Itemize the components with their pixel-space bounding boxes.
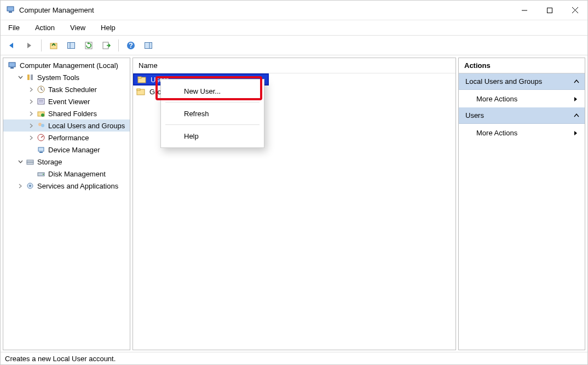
- actions-more-actions-1[interactable]: More Actions: [459, 90, 585, 107]
- tree-system-tools[interactable]: System Tools: [3, 71, 130, 83]
- tree-label: Services and Applications: [37, 182, 118, 190]
- menu-separator: [165, 102, 260, 102]
- computer-management-window: Computer Management File Action View Hel…: [0, 0, 588, 365]
- chevron-right-icon: [574, 95, 578, 104]
- svg-rect-16: [10, 67, 14, 69]
- svg-rect-3: [547, 8, 552, 13]
- computer-management-icon: [8, 61, 18, 69]
- collapse-icon[interactable]: [574, 78, 579, 86]
- svg-rect-7: [68, 42, 75, 48]
- refresh-button[interactable]: [81, 38, 96, 53]
- help-button[interactable]: ?: [123, 38, 139, 53]
- toolbar-separator: [118, 39, 119, 52]
- chevron-right-icon[interactable]: [16, 182, 24, 190]
- window-title: Computer Management: [19, 6, 94, 14]
- chevron-right-icon[interactable]: [27, 98, 35, 105]
- export-list-button[interactable]: [99, 38, 114, 53]
- chevron-right-icon[interactable]: [27, 122, 35, 129]
- svg-point-35: [29, 185, 31, 187]
- svg-rect-17: [27, 75, 30, 80]
- svg-rect-0: [7, 7, 14, 11]
- svg-point-24: [41, 113, 44, 117]
- spacer: [27, 146, 35, 153]
- tree-event-viewer[interactable]: Event Viewer: [3, 95, 130, 107]
- spacer: [27, 170, 35, 178]
- svg-rect-31: [27, 162, 33, 164]
- context-menu: New User... Refresh Help: [160, 79, 264, 148]
- minimize-button[interactable]: [512, 1, 537, 20]
- menu-view[interactable]: View: [68, 22, 88, 33]
- menubar: File Action View Help: [1, 20, 587, 36]
- status-text: Creates a new Local User account.: [5, 355, 116, 363]
- svg-rect-18: [31, 75, 33, 80]
- disk-management-icon: [36, 170, 46, 178]
- column-header-name[interactable]: Name: [133, 58, 456, 73]
- context-menu-new-user[interactable]: New User...: [161, 82, 264, 100]
- forward-button[interactable]: [21, 38, 37, 53]
- menu-separator: [165, 124, 260, 125]
- tree-label: Event Viewer: [48, 98, 90, 106]
- tree-label: Performance: [48, 134, 89, 142]
- actions-more-actions-2[interactable]: More Actions: [459, 124, 585, 141]
- shared-folders-icon: [36, 110, 46, 117]
- close-button[interactable]: [562, 1, 587, 20]
- tree-performance[interactable]: Performance: [3, 132, 130, 144]
- tree-shared-folders[interactable]: Shared Folders: [3, 107, 130, 119]
- menu-item-label: Refresh: [184, 110, 209, 118]
- context-menu-refresh[interactable]: Refresh: [161, 104, 264, 123]
- tree-storage[interactable]: Storage: [3, 156, 130, 168]
- svg-point-26: [41, 124, 44, 127]
- tree-device-manager[interactable]: Device Manager: [3, 144, 130, 156]
- collapse-icon[interactable]: [574, 112, 579, 120]
- tree-local-users-and-groups[interactable]: Local Users and Groups: [3, 119, 130, 132]
- result-list-pane[interactable]: Name Users Groups New User...: [132, 58, 456, 350]
- chevron-down-icon[interactable]: [16, 73, 24, 81]
- svg-rect-37: [138, 77, 141, 78]
- tree-services-applications[interactable]: Services and Applications: [3, 180, 130, 192]
- device-manager-icon: [36, 146, 46, 153]
- actions-group-label: Local Users and Groups: [465, 77, 542, 85]
- chevron-right-icon: [574, 129, 578, 138]
- clock-icon: [36, 85, 46, 93]
- back-button[interactable]: [4, 38, 19, 53]
- folder-icon: [137, 76, 147, 83]
- actions-group-users[interactable]: Users: [459, 107, 585, 124]
- column-label: Name: [139, 61, 158, 70]
- chevron-right-icon[interactable]: [27, 85, 35, 93]
- tree-label: System Tools: [37, 73, 79, 82]
- menu-help[interactable]: Help: [99, 22, 118, 33]
- chevron-down-icon[interactable]: [16, 158, 24, 166]
- maximize-button[interactable]: [537, 1, 562, 20]
- tree-root[interactable]: Computer Management (Local): [3, 59, 130, 71]
- titlebar: Computer Management: [1, 1, 587, 20]
- console-tree-pane[interactable]: Computer Management (Local) System Tools…: [3, 58, 130, 350]
- svg-rect-28: [38, 147, 44, 151]
- chevron-right-icon[interactable]: [27, 134, 35, 141]
- menu-item-label: New User...: [184, 87, 221, 95]
- tree-disk-management[interactable]: Disk Management: [3, 168, 130, 180]
- tree-label: Storage: [37, 158, 62, 166]
- tree-label: Computer Management (Local): [20, 61, 118, 70]
- tree-label: Local Users and Groups: [48, 122, 125, 130]
- actions-title: Actions: [459, 58, 585, 73]
- main-content: Computer Management (Local) System Tools…: [1, 55, 587, 352]
- svg-text:?: ?: [129, 41, 133, 49]
- menu-item-label: Help: [184, 132, 199, 140]
- show-hide-action-pane-button[interactable]: [141, 38, 156, 53]
- actions-link-label: More Actions: [476, 95, 517, 103]
- show-hide-console-tree-button[interactable]: [64, 38, 79, 53]
- tree-label: Disk Management: [48, 170, 106, 178]
- chevron-right-icon[interactable]: [27, 110, 35, 117]
- status-bar: Creates a new Local User account.: [1, 352, 587, 364]
- app-icon: [6, 5, 15, 15]
- svg-rect-1: [9, 12, 12, 13]
- up-button[interactable]: [46, 38, 61, 53]
- context-menu-help[interactable]: Help: [161, 127, 264, 145]
- menu-action[interactable]: Action: [33, 22, 57, 33]
- tree-task-scheduler[interactable]: Task Scheduler: [3, 83, 130, 95]
- toolbar-separator: [41, 39, 42, 52]
- menu-file[interactable]: File: [6, 22, 22, 33]
- actions-group-local-users[interactable]: Local Users and Groups: [459, 73, 585, 90]
- actions-group-label: Users: [465, 111, 484, 119]
- svg-rect-39: [137, 89, 140, 90]
